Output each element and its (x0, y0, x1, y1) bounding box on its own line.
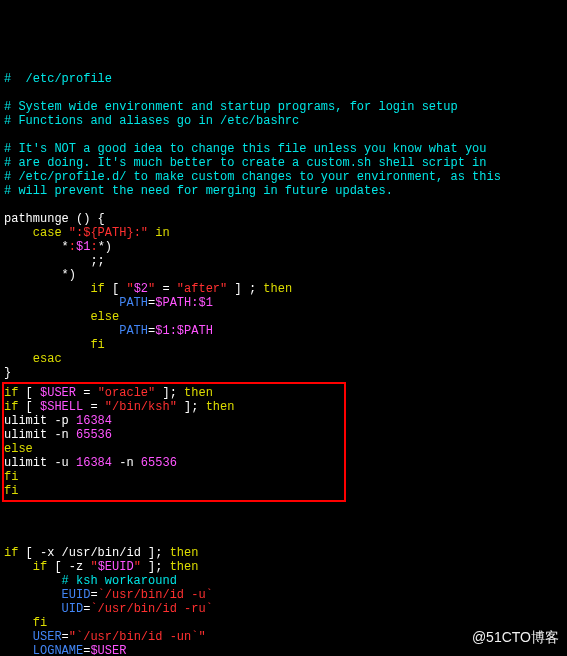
code-line: ulimit -u 16384 -n 65536 (4, 456, 177, 470)
code-line: fi (4, 470, 18, 484)
code-line: USER="`/usr/bin/id -un`" (4, 630, 206, 644)
comment-line: # System wide environment and startup pr… (4, 100, 458, 114)
highlighted-code-block: if [ $USER = "oracle" ]; then if [ $SHEL… (2, 382, 346, 502)
comment-line: # /etc/profile (4, 72, 112, 86)
code-line: if [ "$2" = "after" ] ; then (4, 282, 292, 296)
code-line: } (4, 366, 11, 380)
code-line: else (4, 442, 33, 456)
code-line: ulimit -n 65536 (4, 428, 112, 442)
code-line: if [ $SHELL = "/bin/ksh" ]; then (4, 400, 234, 414)
code-line: esac (4, 352, 62, 366)
comment-line: # ksh workaround (4, 574, 177, 588)
code-line: UID=`/usr/bin/id -ru` (4, 602, 213, 616)
code-line: EUID=`/usr/bin/id -u` (4, 588, 213, 602)
code-line: ;; (4, 254, 105, 268)
code-line: *:$1:*) (4, 240, 112, 254)
code-line: fi (4, 484, 18, 498)
comment-line: # Functions and aliases go in /etc/bashr… (4, 114, 299, 128)
code-line: if [ -z "$EUID" ]; then (4, 560, 198, 574)
code-line: fi (4, 616, 47, 630)
comment-line: # will prevent the need for merging in f… (4, 184, 393, 198)
code-line: fi (4, 338, 105, 352)
code-line: ulimit -p 16384 (4, 414, 112, 428)
comment-line: # It's NOT a good idea to change this fi… (4, 142, 486, 156)
code-line: case ":${PATH}:" in (4, 226, 170, 240)
code-line: if [ -x /usr/bin/id ]; then (4, 546, 198, 560)
code-line: LOGNAME=$USER (4, 644, 126, 656)
comment-line: # /etc/profile.d/ to make custom changes… (4, 170, 501, 184)
code-line: pathmunge () { (4, 212, 105, 226)
watermark-text: @51CTO博客 (472, 630, 559, 644)
comment-line: # are doing. It's much better to create … (4, 156, 486, 170)
code-line: else (4, 310, 119, 324)
code-line: PATH=$1:$PATH (4, 324, 213, 338)
code-line: if [ $USER = "oracle" ]; then (4, 386, 213, 400)
code-line: *) (4, 268, 76, 282)
code-line: PATH=$PATH:$1 (4, 296, 213, 310)
terminal-editor[interactable]: # /etc/profile # System wide environment… (0, 56, 567, 656)
